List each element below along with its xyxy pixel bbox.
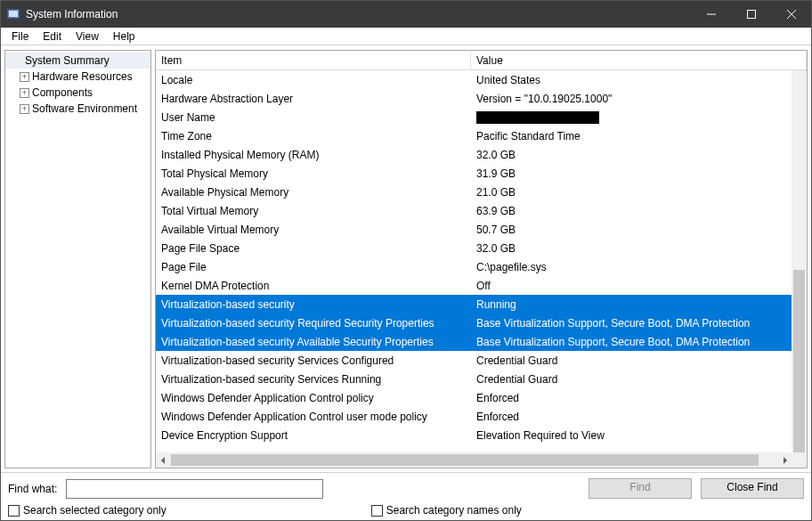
cell-item: Page File Space xyxy=(156,240,471,256)
table-row[interactable]: Windows Defender Application Control use… xyxy=(156,407,807,426)
find-input[interactable] xyxy=(66,479,322,499)
cell-value: Credential Guard xyxy=(471,371,807,387)
expand-icon[interactable]: + xyxy=(20,72,29,82)
table-row[interactable]: Installed Physical Memory (RAM)32.0 GB xyxy=(156,145,807,164)
svg-marker-6 xyxy=(161,457,165,464)
main-area: System Summary+Hardware Resources+Compon… xyxy=(1,45,811,472)
table-row[interactable]: Windows Defender Application Control pol… xyxy=(156,388,807,407)
table-row[interactable]: Total Physical Memory31.9 GB xyxy=(156,164,807,183)
horizontal-scrollbar[interactable] xyxy=(156,452,807,468)
table-row[interactable]: Virtualization-based security Required S… xyxy=(156,313,807,332)
cell-item: Virtualization-based security Available … xyxy=(156,334,471,350)
table-row[interactable]: Available Physical Memory21.0 GB xyxy=(156,183,807,201)
checkbox-icon[interactable] xyxy=(8,505,20,517)
close-find-button[interactable]: Close Find xyxy=(701,478,804,499)
scroll-right-icon[interactable] xyxy=(776,452,792,468)
scroll-left-icon[interactable] xyxy=(156,452,171,468)
table-row[interactable]: Virtualization-based securityRunning xyxy=(156,295,807,313)
column-header-value[interactable]: Value xyxy=(471,52,807,69)
cell-item: Virtualization-based security xyxy=(156,297,471,313)
cell-value: Off xyxy=(471,278,807,294)
svg-rect-3 xyxy=(747,11,755,19)
details-table: Item Value LocaleUnited StatesHardware A… xyxy=(155,50,808,468)
cell-item: Virtualization-based security Required S… xyxy=(156,315,471,331)
cell-item: Page File xyxy=(156,259,471,275)
maximize-button[interactable] xyxy=(731,1,771,28)
table-row[interactable]: Kernel DMA ProtectionOff xyxy=(156,276,807,295)
app-icon xyxy=(6,7,20,21)
redacted-value xyxy=(476,111,599,124)
checkbox-icon[interactable] xyxy=(371,505,383,517)
svg-rect-1 xyxy=(9,11,18,17)
table-row[interactable]: Device Encryption SupportElevation Requi… xyxy=(156,426,807,444)
checkbox-label: Search selected category only xyxy=(23,504,166,517)
find-button[interactable]: Find xyxy=(589,478,692,499)
cell-item: Available Virtual Memory xyxy=(156,222,471,238)
cell-value: Base Virtualization Support, Secure Boot… xyxy=(471,334,807,350)
tree-item[interactable]: +Hardware Resources xyxy=(5,69,150,85)
window-title: System Information xyxy=(26,8,118,20)
menubar: File Edit View Help xyxy=(1,28,811,45)
table-row[interactable]: Virtualization-based security Available … xyxy=(156,332,807,351)
table-row[interactable]: Page FileC:\pagefile.sys xyxy=(156,257,807,276)
menu-help[interactable]: Help xyxy=(106,28,142,45)
table-row[interactable]: Virtualization-based security Services R… xyxy=(156,370,807,388)
cell-item: User Name xyxy=(156,110,471,126)
expand-icon[interactable]: + xyxy=(20,104,29,114)
tree-item[interactable]: +Components xyxy=(5,85,150,101)
table-row[interactable]: Total Virtual Memory63.9 GB xyxy=(156,201,807,220)
cell-value: 50.7 GB xyxy=(471,222,807,238)
minimize-button[interactable] xyxy=(691,1,731,28)
find-panel: Find what: Find Close Find Search select… xyxy=(1,472,811,520)
category-tree[interactable]: System Summary+Hardware Resources+Compon… xyxy=(4,50,151,468)
table-header-row: Item Value xyxy=(156,51,807,70)
svg-marker-7 xyxy=(784,457,787,464)
tree-item[interactable]: System Summary xyxy=(5,53,150,69)
cell-value: Running xyxy=(471,297,807,313)
cell-value: United States xyxy=(471,72,807,88)
menu-edit[interactable]: Edit xyxy=(36,28,69,45)
column-header-item[interactable]: Item xyxy=(156,52,471,69)
titlebar: System Information xyxy=(1,1,811,28)
menu-file[interactable]: File xyxy=(4,28,36,45)
cell-value: Enforced xyxy=(471,390,807,406)
table-body[interactable]: LocaleUnited StatesHardware Abstraction … xyxy=(156,70,807,452)
cell-value: Elevation Required to View xyxy=(471,427,807,444)
window-controls xyxy=(691,1,811,28)
cell-item: Kernel DMA Protection xyxy=(156,278,471,294)
scrollbar-thumb[interactable] xyxy=(793,270,805,466)
table-row[interactable]: Available Virtual Memory50.7 GB xyxy=(156,220,807,239)
cell-item: Virtualization-based security Services C… xyxy=(156,353,471,369)
cell-value xyxy=(471,109,807,126)
close-button[interactable] xyxy=(771,1,811,28)
table-row[interactable]: Time ZonePacific Standard Time xyxy=(156,126,807,145)
cell-value: C:\pagefile.sys xyxy=(471,259,807,275)
cell-value: Enforced xyxy=(471,409,807,425)
table-row[interactable]: Virtualization-based security Services C… xyxy=(156,351,807,370)
cell-item: Windows Defender Application Control pol… xyxy=(156,390,471,406)
tree-item[interactable]: +Software Environment xyxy=(5,101,150,117)
cell-value: 32.0 GB xyxy=(471,147,807,163)
cell-value: Pacific Standard Time xyxy=(471,128,807,144)
table-row[interactable]: Hardware Abstraction LayerVersion = "10.… xyxy=(156,89,807,108)
cell-item: Total Virtual Memory xyxy=(156,203,471,219)
checkbox-category-names[interactable]: Search category names only xyxy=(371,504,522,517)
cell-value: Base Virtualization Support, Secure Boot… xyxy=(471,315,807,331)
checkbox-selected-category[interactable]: Search selected category only xyxy=(8,504,166,517)
vertical-scrollbar[interactable] xyxy=(792,70,807,452)
table-row[interactable]: LocaleUnited States xyxy=(156,70,807,89)
cell-value: 32.0 GB xyxy=(471,240,807,256)
expand-icon[interactable]: + xyxy=(20,88,29,98)
table-row[interactable]: Page File Space32.0 GB xyxy=(156,239,807,257)
menu-view[interactable]: View xyxy=(69,28,106,45)
cell-item: Total Physical Memory xyxy=(156,166,471,182)
table-row[interactable]: User Name xyxy=(156,108,807,126)
cell-item: Time Zone xyxy=(156,128,471,144)
cell-item: Hardware Abstraction Layer xyxy=(156,91,471,107)
cell-value: Version = "10.0.19025.1000" xyxy=(471,91,807,107)
find-label: Find what: xyxy=(8,483,57,495)
tree-item-label: Hardware Resources xyxy=(32,70,133,83)
cell-value: Credential Guard xyxy=(471,353,807,369)
scrollbar-thumb-horizontal[interactable] xyxy=(171,454,759,466)
cell-item: Locale xyxy=(156,72,471,88)
